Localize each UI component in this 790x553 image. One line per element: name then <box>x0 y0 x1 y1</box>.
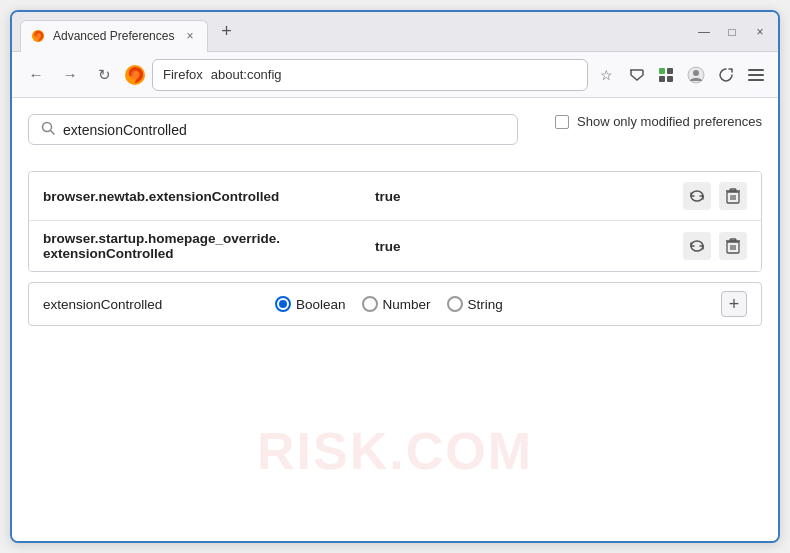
search-icon <box>41 121 55 138</box>
results-table: browser.newtab.extensionControlled true <box>28 171 762 272</box>
hamburger-line-1 <box>748 69 764 71</box>
radio-label-string: String <box>468 297 503 312</box>
table-row[interactable]: browser.newtab.extensionControlled true <box>29 172 761 221</box>
forward-button[interactable]: → <box>56 61 84 89</box>
show-modified-checkbox[interactable] <box>555 115 569 129</box>
nav-bar: ← → ↻ Firefox about:config ☆ <box>12 52 778 98</box>
firefox-favicon <box>31 29 45 43</box>
show-modified-checkbox-row[interactable]: Show only modified preferences <box>555 114 762 129</box>
add-preference-button[interactable]: + <box>721 291 747 317</box>
extension-icon[interactable] <box>654 63 678 87</box>
svg-rect-14 <box>730 189 736 191</box>
minimize-button[interactable]: — <box>694 22 714 42</box>
browser-tab[interactable]: Advanced Preferences × <box>20 20 208 52</box>
show-modified-label: Show only modified preferences <box>577 114 762 129</box>
pref-value: true <box>375 239 671 254</box>
svg-point-3 <box>131 70 140 79</box>
window-controls: — □ × <box>694 22 770 42</box>
radio-circle-string <box>447 296 463 312</box>
search-bar[interactable]: extensionControlled <box>28 114 518 145</box>
nav-icons: ☆ <box>594 63 768 87</box>
tab-close-button[interactable]: × <box>182 27 197 45</box>
hamburger-line-3 <box>748 79 764 81</box>
pocket-icon[interactable] <box>624 63 648 87</box>
svg-line-11 <box>51 131 55 135</box>
address-bar[interactable]: Firefox about:config <box>152 59 588 91</box>
firefox-logo <box>124 64 146 86</box>
reset-button[interactable] <box>683 232 711 260</box>
radio-label-number: Number <box>383 297 431 312</box>
watermark: RISK.COM <box>257 421 533 481</box>
reset-button[interactable] <box>683 182 711 210</box>
pref-name: browser.newtab.extensionControlled <box>43 189 363 204</box>
reload-button[interactable]: ↻ <box>90 61 118 89</box>
svg-rect-6 <box>659 76 665 82</box>
new-pref-name: extensionControlled <box>43 297 263 312</box>
delete-button[interactable] <box>719 232 747 260</box>
tab-title: Advanced Preferences <box>53 29 174 43</box>
browser-window: Advanced Preferences × + — □ × ← → ↻ Fir… <box>10 10 780 543</box>
hamburger-line-2 <box>748 74 764 76</box>
search-input[interactable]: extensionControlled <box>63 122 505 138</box>
page-content: RISK.COM extensionControlled Show only m… <box>12 98 778 541</box>
radio-number[interactable]: Number <box>362 296 431 312</box>
type-radio-group: Boolean Number String <box>275 296 503 312</box>
title-bar: Advanced Preferences × + — □ × <box>12 12 778 52</box>
svg-point-1 <box>35 33 41 39</box>
row-actions <box>683 232 747 260</box>
close-button[interactable]: × <box>750 22 770 42</box>
pref-name-line1: browser.startup.homepage_override. <box>43 231 363 246</box>
radio-label-boolean: Boolean <box>296 297 346 312</box>
row-actions <box>683 182 747 210</box>
pref-value: true <box>375 189 671 204</box>
browser-name: Firefox <box>163 67 203 82</box>
svg-rect-5 <box>667 68 673 74</box>
restore-button[interactable]: □ <box>722 22 742 42</box>
profile-icon[interactable] <box>684 63 708 87</box>
svg-rect-7 <box>667 76 673 82</box>
pref-name-line2: extensionControlled <box>43 246 363 261</box>
radio-circle-number <box>362 296 378 312</box>
sync-icon[interactable] <box>714 63 738 87</box>
new-pref-row: extensionControlled Boolean Number Strin… <box>28 282 762 326</box>
radio-boolean[interactable]: Boolean <box>275 296 346 312</box>
new-tab-button[interactable]: + <box>212 18 240 46</box>
bookmark-icon[interactable]: ☆ <box>594 63 618 87</box>
svg-point-9 <box>693 70 699 76</box>
back-button[interactable]: ← <box>22 61 50 89</box>
hamburger-menu[interactable] <box>744 65 768 85</box>
radio-circle-boolean <box>275 296 291 312</box>
svg-rect-4 <box>659 68 665 74</box>
delete-button[interactable] <box>719 182 747 210</box>
table-row[interactable]: browser.startup.homepage_override. exten… <box>29 221 761 271</box>
radio-string[interactable]: String <box>447 296 503 312</box>
svg-rect-20 <box>730 239 736 241</box>
url-text: about:config <box>211 67 282 82</box>
